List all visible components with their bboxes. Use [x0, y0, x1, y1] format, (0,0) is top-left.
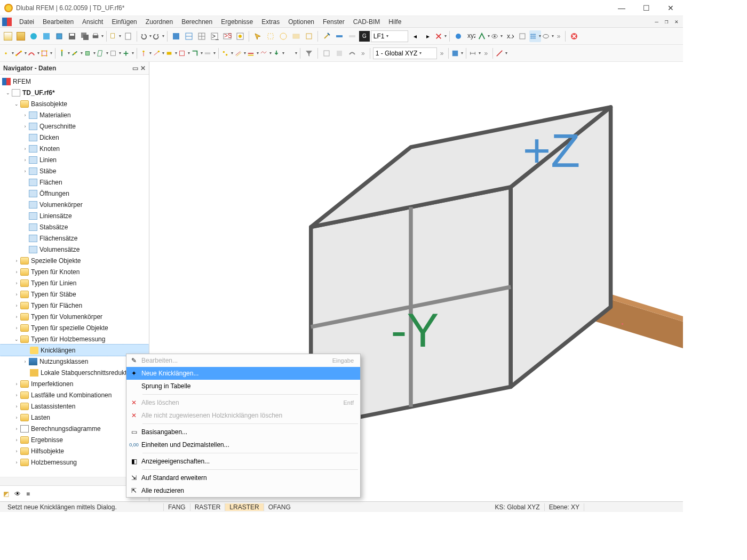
select4-button[interactable]: [290, 30, 302, 42]
menu-bearbeiten[interactable]: Bearbeiten: [38, 18, 78, 26]
tree-item[interactable]: ›Spezielle Objekte: [0, 255, 149, 266]
tree-item[interactable]: Öffnungen: [0, 188, 149, 199]
grid2-button[interactable]: [183, 30, 195, 42]
loadcase-combo[interactable]: LF1: [371, 30, 408, 42]
lc-prev-button[interactable]: ◂: [409, 30, 421, 42]
cloud-button[interactable]: [28, 30, 39, 42]
dim-button[interactable]: [469, 47, 481, 59]
print-button[interactable]: [92, 30, 104, 42]
delete-load-button[interactable]: [435, 30, 447, 42]
ctx-einheiten[interactable]: 0,00Einheiten und Dezimalstellen...: [126, 438, 360, 451]
ctx-basisangaben[interactable]: ▭Basisangaben...: [126, 426, 360, 438]
mb12[interactable]: [153, 47, 164, 59]
mb15[interactable]: [191, 47, 203, 59]
tree-item[interactable]: Flächen: [0, 177, 149, 188]
view-x-button[interactable]: x.x: [504, 30, 515, 42]
tree-item[interactable]: ›Knoten: [0, 143, 149, 154]
menu-berechnen[interactable]: Berechnen: [177, 18, 217, 26]
mb9[interactable]: [109, 47, 121, 59]
model-button[interactable]: [41, 30, 52, 42]
mb14[interactable]: [178, 47, 190, 59]
menu-ergebnisse[interactable]: Ergebnisse: [217, 18, 257, 26]
menu-fenster[interactable]: Fenster: [319, 18, 349, 26]
mb6[interactable]: [71, 47, 83, 59]
view-eye2-button[interactable]: [542, 30, 554, 42]
menu-cadbim[interactable]: CAD-BIM: [349, 18, 385, 26]
menu-ansicht[interactable]: Ansicht: [78, 18, 107, 26]
redo-button[interactable]: [153, 30, 164, 42]
mb2[interactable]: [15, 47, 27, 59]
mb13[interactable]: [165, 47, 177, 59]
tree-item[interactable]: Dicken: [0, 132, 149, 143]
tree-item[interactable]: Flächensätze: [0, 233, 149, 244]
save-button[interactable]: [66, 30, 78, 42]
mb1[interactable]: [2, 47, 14, 59]
block-button[interactable]: [53, 30, 65, 42]
saveall-button[interactable]: [79, 30, 91, 42]
mb7[interactable]: [84, 47, 96, 59]
tree-item[interactable]: ›Typen für Stäbe: [0, 289, 149, 300]
ctx-sprung-tabelle[interactable]: Sprung in Tabelle: [126, 380, 360, 393]
mb4[interactable]: [41, 47, 52, 59]
mdi-close-button[interactable]: ✕: [673, 18, 680, 25]
menu-datei[interactable]: Datei: [15, 18, 38, 26]
tree-item[interactable]: Volumensätze: [0, 244, 149, 255]
maximize-button[interactable]: ☐: [634, 0, 658, 16]
grid3-button[interactable]: [196, 30, 208, 42]
load1-button[interactable]: [321, 30, 332, 42]
mb3[interactable]: [28, 47, 39, 59]
ctx-alle-reduzieren[interactable]: ⇱Alle reduzieren: [126, 484, 360, 497]
sec3-button[interactable]: [346, 47, 358, 59]
select3-button[interactable]: [277, 30, 289, 42]
coordsys-combo[interactable]: 1 - Global XYZ: [373, 47, 437, 59]
clipboard-button[interactable]: [122, 30, 134, 42]
view-grid-button[interactable]: [529, 30, 541, 42]
mb16[interactable]: [204, 47, 216, 59]
tree-item[interactable]: ›Typen für Volumenkörper: [0, 311, 149, 322]
toolbar-overflow[interactable]: »: [555, 33, 563, 40]
tree-item[interactable]: ›Stäbe: [0, 165, 149, 177]
mb10[interactable]: [122, 47, 134, 59]
tree-item[interactable]: ›Typen für spezielle Objekte: [0, 322, 149, 333]
sc-button[interactable]: >SC: [221, 30, 233, 42]
menu-hilfe[interactable]: Hilfe: [384, 18, 406, 26]
sec2-button[interactable]: [333, 47, 345, 59]
toolbar2-overflow3[interactable]: »: [482, 50, 490, 57]
mb19[interactable]: [247, 47, 259, 59]
mb20[interactable]: [260, 47, 272, 59]
mb11[interactable]: [140, 47, 152, 59]
copy-button[interactable]: [109, 30, 121, 42]
nav-tab-data-icon[interactable]: ◩: [3, 490, 9, 498]
measure-button[interactable]: [496, 47, 507, 59]
load2-button[interactable]: [333, 30, 345, 42]
lc-next-button[interactable]: ▸: [422, 30, 434, 42]
tree-item[interactable]: Stabsätze: [0, 221, 149, 233]
ctx-neue-knicklaengen[interactable]: ✦Neue Knicklängen...: [126, 367, 360, 380]
grid1-button[interactable]: [170, 30, 182, 42]
filter-button[interactable]: [303, 47, 315, 59]
ctx-anzeigeeigenschaften[interactable]: ◧Anzeigeeigenschaften...: [126, 455, 360, 468]
mb21[interactable]: [273, 47, 284, 59]
ctx-auf-standard-erweitern[interactable]: ⇲Auf Standard erweitern: [126, 471, 360, 484]
script-button[interactable]: >_: [209, 30, 220, 42]
view-box-button[interactable]: [516, 30, 528, 42]
mb22[interactable]: [285, 47, 297, 59]
cancel-button[interactable]: [568, 30, 580, 42]
menu-extras[interactable]: Extras: [257, 18, 284, 26]
tree-item[interactable]: ›Typen für Linien: [0, 277, 149, 289]
mdi-minimize-button[interactable]: –: [653, 18, 660, 25]
mb8[interactable]: [97, 47, 108, 59]
view-p1-button[interactable]: [478, 30, 490, 42]
tree-item[interactable]: ›Typen für Knoten: [0, 266, 149, 277]
menu-einfuegen[interactable]: Einfügen: [107, 18, 141, 26]
mdi-restore-button[interactable]: ❐: [663, 18, 670, 25]
select5-button[interactable]: [303, 30, 315, 42]
view-xyz-button[interactable]: xyz: [465, 30, 477, 42]
tree-item[interactable]: ›Querschnitte: [0, 121, 149, 132]
nav-tab-cam-icon[interactable]: ■: [26, 490, 30, 498]
open-file-button[interactable]: [15, 30, 27, 42]
tree-item[interactable]: Liniensätze: [0, 210, 149, 221]
tree-item[interactable]: Volumenkörper: [0, 199, 149, 210]
tree-item[interactable]: ›Materialien: [0, 109, 149, 121]
tree-item[interactable]: ›Linien: [0, 154, 149, 165]
